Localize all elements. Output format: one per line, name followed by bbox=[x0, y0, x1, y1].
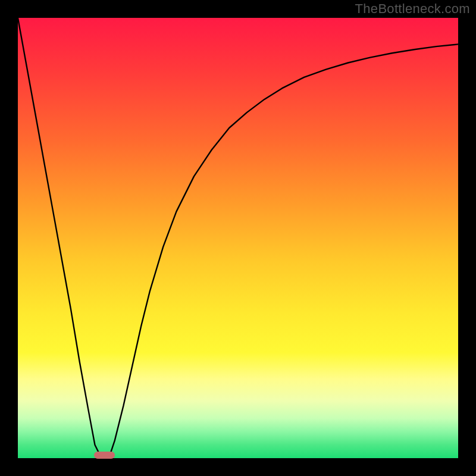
chart-frame: TheBottleneck.com bbox=[0, 0, 476, 476]
bottleneck-curve bbox=[18, 18, 458, 458]
watermark-text: TheBottleneck.com bbox=[355, 1, 470, 17]
plot-area bbox=[18, 18, 458, 458]
optimal-range-marker bbox=[94, 452, 115, 459]
